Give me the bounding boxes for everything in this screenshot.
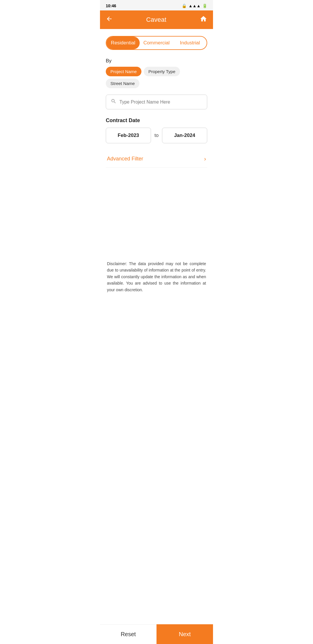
type-tab-group: Residential Commercial Industrial: [106, 36, 207, 50]
search-icon: [111, 98, 117, 106]
signal-icon: ▲▲▲: [188, 3, 201, 8]
home-button[interactable]: [200, 15, 207, 24]
sort-by-label: By: [106, 58, 112, 64]
chevron-right-icon: ›: [204, 155, 206, 162]
date-to-button[interactable]: Jan-2024: [162, 128, 207, 143]
reset-button[interactable]: Reset: [100, 624, 156, 644]
date-row: Feb-2023 to Jan-2024: [106, 128, 207, 143]
sort-tab-group: Project Name Property Type Street Name: [106, 67, 207, 88]
main-content: Residential Commercial Industrial By Pro…: [100, 29, 213, 300]
contract-date-label: Contract Date: [106, 117, 207, 124]
search-input[interactable]: [119, 100, 202, 105]
sort-by-project-name[interactable]: Project Name: [106, 67, 141, 76]
status-bar: 10:46 🔒 ▲▲▲ 🔋: [100, 0, 213, 10]
back-button[interactable]: [106, 15, 113, 24]
next-button[interactable]: Next: [156, 624, 213, 644]
status-icons: 🔒 ▲▲▲ 🔋: [182, 3, 207, 8]
search-container: [106, 95, 207, 109]
app-header: Caveat: [100, 10, 213, 29]
bottom-bar: Reset Next: [100, 624, 213, 644]
advanced-filter-label: Advanced Filter: [107, 156, 143, 162]
page-title: Caveat: [146, 16, 166, 23]
tab-commercial[interactable]: Commercial: [140, 37, 173, 49]
sort-by-street-name[interactable]: Street Name: [106, 79, 139, 88]
sort-row: By Project Name Property Type Street Nam…: [106, 58, 207, 88]
date-separator: to: [154, 133, 159, 138]
disclaimer-text: Disclaimer: The data provided may not be…: [106, 261, 207, 293]
tab-industrial[interactable]: Industrial: [173, 37, 207, 49]
date-from-button[interactable]: Feb-2023: [106, 128, 151, 143]
wifi-icon: 🔋: [202, 3, 207, 8]
status-time: 10:46: [106, 3, 116, 8]
sort-by-property-type[interactable]: Property Type: [144, 67, 180, 76]
advanced-filter-row[interactable]: Advanced Filter ›: [106, 150, 207, 168]
disclaimer-content: Disclaimer: The data provided may not be…: [107, 261, 206, 292]
battery-icon: 🔒: [182, 3, 187, 8]
tab-residential[interactable]: Residential: [106, 37, 140, 49]
